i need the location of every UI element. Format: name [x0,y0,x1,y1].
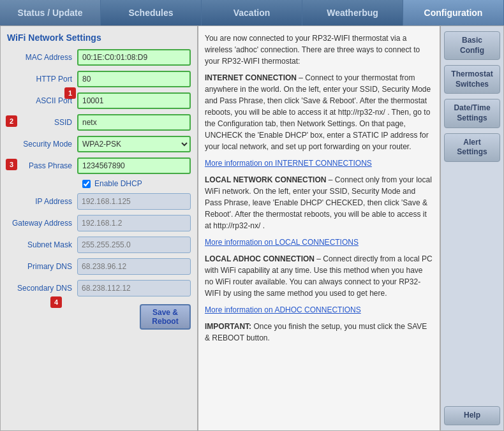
badge-1: 1 [64,87,76,99]
http-port-label: HTTP Port [7,75,77,84]
badge-3: 3 [6,159,17,170]
badge-4: 4 [50,296,62,308]
info-adhoc-heading: LOCAL ADHOC CONNECTION [205,254,315,263]
enable-dhcp-label: Enable DHCP [94,179,142,188]
local-connections-link[interactable]: More information on LOCAL CONNECTIONS [205,238,359,247]
enable-dhcp-checkbox[interactable] [82,180,91,188]
subnet-mask-row: Subnet Mask [7,237,191,253]
info-important-heading: IMPORTANT: [205,322,251,331]
panel-title: WiFi Network Settings [7,33,191,43]
security-mode-label: Security Mode [7,140,77,149]
nav-bar: Status / Update Schedules Vacation Weath… [0,0,504,26]
save-reboot-button[interactable]: Save & Reboot [140,304,191,330]
primary-dns-row: Primary DNS [7,258,191,275]
info-internet-heading: INTERNET CONNECTION [205,73,297,82]
primary-dns-input[interactable] [77,258,191,275]
ip-address-label: IP Address [7,197,77,206]
adhoc-connections-link[interactable]: More information on ADHOC CONNECTIONS [205,305,361,314]
info-panel: You are now connected to your RP32-WIFI … [198,26,440,431]
nav-schedules[interactable]: Schedules [101,0,202,26]
info-internet: INTERNET CONNECTION – Connect to your th… [205,72,433,152]
info-local-network: LOCAL NETWORK CONNECTION – Connect only … [205,174,433,231]
subnet-mask-input[interactable] [77,237,191,253]
security-mode-row: Security Mode WPA2-PSK WPA-PSK WEP None [7,136,191,152]
info-local-network-heading: LOCAL NETWORK CONNECTION [205,175,326,184]
thermostat-switches-button[interactable]: ThermostatSwitches [444,65,500,94]
pass-phrase-input[interactable] [77,157,191,174]
alert-settings-button[interactable]: AlertSettings [444,133,500,162]
info-intro: You are now connected to your RP32-WIFI … [205,33,433,67]
mac-address-label: MAC Address [7,53,77,62]
ssid-row: 2 SSID [7,114,191,131]
http-port-row: HTTP Port [7,71,191,87]
main-layout: WiFi Network Settings MAC Address HTTP P… [0,26,504,431]
gateway-address-input[interactable] [77,215,191,231]
nav-status[interactable]: Status / Update [0,0,101,26]
ip-address-input[interactable] [77,193,191,210]
security-mode-select[interactable]: WPA2-PSK WPA-PSK WEP None [77,136,191,152]
ip-address-row: IP Address [7,193,191,210]
ascii-port-row: 1 ASCII Port [7,92,191,109]
info-internet-text: – Connect to your thermostat from anywhe… [205,73,431,151]
secondary-dns-label: Secondary DNS [7,284,77,293]
ascii-port-input[interactable] [77,92,191,109]
right-sidebar: BasicConfig ThermostatSwitches Date/Time… [440,26,504,431]
internet-connections-link[interactable]: More information on INTERNET CONNECTIONS [205,159,372,168]
enable-dhcp-row: Enable DHCP [7,179,191,188]
left-panel: WiFi Network Settings MAC Address HTTP P… [0,26,198,431]
basic-config-button[interactable]: BasicConfig [444,31,500,60]
ssid-label: SSID [7,118,77,127]
nav-configuration[interactable]: Configuration [403,0,504,26]
mac-address-row: MAC Address [7,49,191,66]
datetime-settings-button[interactable]: Date/TimeSettings [444,99,500,128]
nav-vacation[interactable]: Vacation [202,0,302,26]
primary-dns-label: Primary DNS [7,262,77,271]
pass-phrase-label: Pass Phrase [7,161,77,170]
pass-phrase-row: 3 Pass Phrase [7,157,191,174]
subnet-mask-label: Subnet Mask [7,240,77,249]
nav-weatherbug[interactable]: Weatherbug [302,0,403,26]
mac-address-input[interactable] [77,49,191,66]
ssid-input[interactable] [77,114,191,131]
gateway-address-row: Gateway Address [7,215,191,231]
http-port-input[interactable] [77,71,191,87]
gateway-address-label: Gateway Address [7,219,77,228]
secondary-dns-row: Secondary DNS [7,280,191,296]
badge-2: 2 [6,115,17,127]
help-button[interactable]: Help [444,406,500,425]
info-important: IMPORTANT: Once you finish the setup, yo… [205,321,433,344]
info-adhoc: LOCAL ADHOC CONNECTION – Connect directl… [205,253,433,299]
secondary-dns-input[interactable] [77,280,191,296]
